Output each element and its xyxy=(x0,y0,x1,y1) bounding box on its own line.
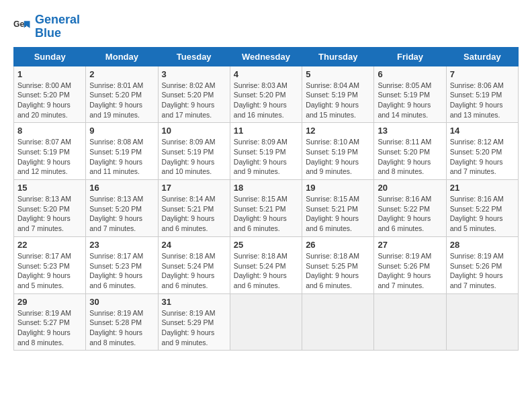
day-cell: 20 Sunrise: 8:16 AM Sunset: 5:22 PM Dayl… xyxy=(374,180,446,237)
day-info: Sunrise: 8:19 AM Sunset: 5:26 PM Dayligh… xyxy=(378,251,442,291)
day-cell: 14 Sunrise: 8:12 AM Sunset: 5:20 PM Dayl… xyxy=(446,123,518,180)
day-cell: 23 Sunrise: 8:17 AM Sunset: 5:23 PM Dayl… xyxy=(86,236,158,293)
day-number: 19 xyxy=(306,183,370,193)
day-cell: 6 Sunrise: 8:05 AM Sunset: 5:19 PM Dayli… xyxy=(374,66,446,123)
day-info: Sunrise: 8:03 AM Sunset: 5:20 PM Dayligh… xyxy=(234,81,298,120)
day-number: 25 xyxy=(234,240,298,250)
day-info: Sunrise: 8:18 AM Sunset: 5:25 PM Dayligh… xyxy=(306,251,370,291)
day-number: 17 xyxy=(162,183,226,193)
day-info: Sunrise: 8:06 AM Sunset: 5:19 PM Dayligh… xyxy=(450,81,515,120)
page-header: Gen General Blue xyxy=(13,13,519,40)
day-number: 2 xyxy=(89,69,154,79)
day-cell: 11 Sunrise: 8:09 AM Sunset: 5:19 PM Dayl… xyxy=(230,123,302,180)
calendar-row: 1 Sunrise: 8:00 AM Sunset: 5:20 PM Dayli… xyxy=(14,66,519,123)
col-saturday: Saturday xyxy=(446,47,518,66)
day-cell: 22 Sunrise: 8:17 AM Sunset: 5:23 PM Dayl… xyxy=(14,236,86,293)
logo-blue: Blue xyxy=(35,26,61,40)
day-cell: 28 Sunrise: 8:19 AM Sunset: 5:26 PM Dayl… xyxy=(446,236,518,293)
day-cell: 9 Sunrise: 8:08 AM Sunset: 5:19 PM Dayli… xyxy=(86,123,158,180)
empty-cell xyxy=(446,293,518,351)
day-cell: 30 Sunrise: 8:19 AM Sunset: 5:28 PM Dayl… xyxy=(86,293,158,351)
day-number: 29 xyxy=(17,297,82,307)
day-number: 23 xyxy=(89,240,154,250)
logo: Gen General Blue xyxy=(13,13,80,40)
day-cell: 31 Sunrise: 8:19 AM Sunset: 5:29 PM Dayl… xyxy=(158,293,230,351)
weekday-header-row: Sunday Monday Tuesday Wednesday Thursday… xyxy=(14,47,519,66)
day-number: 16 xyxy=(89,183,154,193)
day-info: Sunrise: 8:15 AM Sunset: 5:21 PM Dayligh… xyxy=(306,194,370,234)
day-number: 1 xyxy=(17,69,82,79)
day-info: Sunrise: 8:16 AM Sunset: 5:22 PM Dayligh… xyxy=(450,194,515,234)
day-info: Sunrise: 8:19 AM Sunset: 5:26 PM Dayligh… xyxy=(450,251,515,291)
day-info: Sunrise: 8:01 AM Sunset: 5:20 PM Dayligh… xyxy=(89,81,154,120)
day-cell: 3 Sunrise: 8:02 AM Sunset: 5:20 PM Dayli… xyxy=(158,66,230,123)
logo-icon: Gen xyxy=(13,17,32,36)
empty-cell xyxy=(374,293,446,351)
col-monday: Monday xyxy=(86,47,158,66)
day-info: Sunrise: 8:17 AM Sunset: 5:23 PM Dayligh… xyxy=(89,251,154,291)
day-info: Sunrise: 8:15 AM Sunset: 5:21 PM Dayligh… xyxy=(234,194,298,234)
day-cell: 2 Sunrise: 8:01 AM Sunset: 5:20 PM Dayli… xyxy=(86,66,158,123)
day-info: Sunrise: 8:09 AM Sunset: 5:19 PM Dayligh… xyxy=(234,137,298,177)
day-number: 30 xyxy=(89,297,154,307)
day-cell: 24 Sunrise: 8:18 AM Sunset: 5:24 PM Dayl… xyxy=(158,236,230,293)
day-cell: 5 Sunrise: 8:04 AM Sunset: 5:19 PM Dayli… xyxy=(302,66,374,123)
day-cell: 7 Sunrise: 8:06 AM Sunset: 5:19 PM Dayli… xyxy=(446,66,518,123)
day-number: 26 xyxy=(306,240,370,250)
day-info: Sunrise: 8:16 AM Sunset: 5:22 PM Dayligh… xyxy=(378,194,442,234)
day-cell: 13 Sunrise: 8:11 AM Sunset: 5:20 PM Dayl… xyxy=(374,123,446,180)
day-cell: 15 Sunrise: 8:13 AM Sunset: 5:20 PM Dayl… xyxy=(14,180,86,237)
day-info: Sunrise: 8:02 AM Sunset: 5:20 PM Dayligh… xyxy=(162,81,226,120)
day-info: Sunrise: 8:19 AM Sunset: 5:27 PM Dayligh… xyxy=(17,308,82,348)
day-cell: 12 Sunrise: 8:10 AM Sunset: 5:19 PM Dayl… xyxy=(302,123,374,180)
day-number: 8 xyxy=(17,126,82,136)
day-number: 24 xyxy=(162,240,226,250)
day-info: Sunrise: 8:09 AM Sunset: 5:19 PM Dayligh… xyxy=(162,137,226,177)
col-thursday: Thursday xyxy=(302,47,374,66)
day-number: 11 xyxy=(234,126,298,136)
calendar-row: 8 Sunrise: 8:07 AM Sunset: 5:19 PM Dayli… xyxy=(14,123,519,180)
day-number: 27 xyxy=(378,240,442,250)
day-number: 18 xyxy=(234,183,298,193)
day-info: Sunrise: 8:13 AM Sunset: 5:20 PM Dayligh… xyxy=(89,194,154,234)
col-sunday: Sunday xyxy=(14,47,86,66)
day-number: 28 xyxy=(450,240,515,250)
day-info: Sunrise: 8:04 AM Sunset: 5:19 PM Dayligh… xyxy=(306,81,370,120)
day-cell: 18 Sunrise: 8:15 AM Sunset: 5:21 PM Dayl… xyxy=(230,180,302,237)
day-number: 13 xyxy=(378,126,442,136)
day-number: 20 xyxy=(378,183,442,193)
day-info: Sunrise: 8:00 AM Sunset: 5:20 PM Dayligh… xyxy=(17,81,82,120)
day-cell: 29 Sunrise: 8:19 AM Sunset: 5:27 PM Dayl… xyxy=(14,293,86,351)
logo-general: General xyxy=(35,13,80,26)
day-info: Sunrise: 8:19 AM Sunset: 5:29 PM Dayligh… xyxy=(162,308,226,348)
calendar-row: 15 Sunrise: 8:13 AM Sunset: 5:20 PM Dayl… xyxy=(14,180,519,237)
col-friday: Friday xyxy=(374,47,446,66)
day-cell: 27 Sunrise: 8:19 AM Sunset: 5:26 PM Dayl… xyxy=(374,236,446,293)
day-number: 21 xyxy=(450,183,515,193)
day-cell: 16 Sunrise: 8:13 AM Sunset: 5:20 PM Dayl… xyxy=(86,180,158,237)
day-info: Sunrise: 8:10 AM Sunset: 5:19 PM Dayligh… xyxy=(306,137,370,177)
calendar-table: Sunday Monday Tuesday Wednesday Thursday… xyxy=(13,47,519,351)
day-info: Sunrise: 8:14 AM Sunset: 5:21 PM Dayligh… xyxy=(162,194,226,234)
day-cell: 1 Sunrise: 8:00 AM Sunset: 5:20 PM Dayli… xyxy=(14,66,86,123)
day-number: 9 xyxy=(89,126,154,136)
day-number: 31 xyxy=(162,297,226,307)
day-info: Sunrise: 8:07 AM Sunset: 5:19 PM Dayligh… xyxy=(17,137,82,177)
day-number: 12 xyxy=(306,126,370,136)
day-cell: 17 Sunrise: 8:14 AM Sunset: 5:21 PM Dayl… xyxy=(158,180,230,237)
day-number: 3 xyxy=(162,69,226,79)
day-cell: 8 Sunrise: 8:07 AM Sunset: 5:19 PM Dayli… xyxy=(14,123,86,180)
day-number: 4 xyxy=(234,69,298,79)
day-number: 10 xyxy=(162,126,226,136)
day-number: 22 xyxy=(17,240,82,250)
day-info: Sunrise: 8:08 AM Sunset: 5:19 PM Dayligh… xyxy=(89,137,154,177)
col-wednesday: Wednesday xyxy=(230,47,302,66)
day-number: 6 xyxy=(378,69,442,79)
day-info: Sunrise: 8:11 AM Sunset: 5:20 PM Dayligh… xyxy=(378,137,442,177)
day-info: Sunrise: 8:05 AM Sunset: 5:19 PM Dayligh… xyxy=(378,81,442,120)
day-info: Sunrise: 8:13 AM Sunset: 5:20 PM Dayligh… xyxy=(17,194,82,234)
day-number: 15 xyxy=(17,183,82,193)
day-cell: 21 Sunrise: 8:16 AM Sunset: 5:22 PM Dayl… xyxy=(446,180,518,237)
day-info: Sunrise: 8:12 AM Sunset: 5:20 PM Dayligh… xyxy=(450,137,515,177)
empty-cell xyxy=(230,293,302,351)
